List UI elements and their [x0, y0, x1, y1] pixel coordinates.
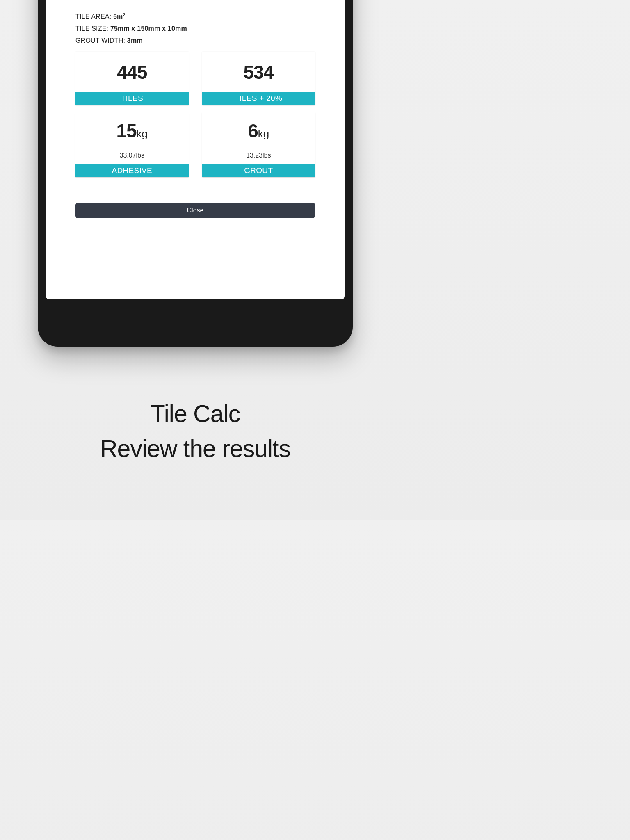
- grout-width-value: 3mm: [127, 37, 143, 44]
- caption-title: Tile Calc: [0, 400, 390, 428]
- caption-subtitle: Review the results: [0, 435, 390, 463]
- tiles-value: 445: [117, 61, 147, 83]
- adhesive-label: ADHESIVE: [75, 164, 189, 177]
- tile-area-line: TILE AREA: 5m2: [75, 12, 315, 21]
- tile-area-label: TILE AREA:: [75, 13, 113, 20]
- result-card-tiles: 445 TILES: [75, 52, 189, 105]
- result-card-tiles-plus: 534 TILES + 20%: [202, 52, 315, 105]
- grout-width-label: GROUT WIDTH:: [75, 37, 127, 44]
- grout-sub: 13.23lbs: [246, 152, 271, 159]
- result-card-grout: 6kg 13.23lbs GROUT: [202, 112, 315, 177]
- tablet-frame: TILE AREA: 5m2 TILE SIZE: 75mm x 150mm x…: [38, 0, 353, 347]
- close-button[interactable]: Close: [75, 203, 315, 218]
- inputs-summary: TILE AREA: 5m2 TILE SIZE: 75mm x 150mm x…: [75, 12, 315, 49]
- tile-size-line: TILE SIZE: 75mm x 150mm x 10mm: [75, 25, 315, 32]
- result-card-adhesive: 15kg 33.07lbs ADHESIVE: [75, 112, 189, 177]
- tablet-screen: TILE AREA: 5m2 TILE SIZE: 75mm x 150mm x…: [46, 0, 345, 299]
- tile-size-label: TILE SIZE:: [75, 25, 110, 32]
- tile-size-value: 75mm x 150mm x 10mm: [110, 25, 187, 32]
- tiles-plus-label: TILES + 20%: [202, 92, 315, 105]
- grout-width-line: GROUT WIDTH: 3mm: [75, 37, 315, 44]
- results-grid: 445 TILES 534 TILES + 20% 15kg 33.07lbs …: [75, 52, 315, 177]
- adhesive-sub: 33.07lbs: [120, 152, 145, 159]
- adhesive-value: 15kg: [116, 120, 148, 142]
- tiles-label: TILES: [75, 92, 189, 105]
- tiles-plus-value: 534: [243, 61, 274, 83]
- grout-label: GROUT: [202, 164, 315, 177]
- tile-area-value: 5m2: [113, 13, 126, 20]
- grout-value: 6kg: [248, 120, 269, 142]
